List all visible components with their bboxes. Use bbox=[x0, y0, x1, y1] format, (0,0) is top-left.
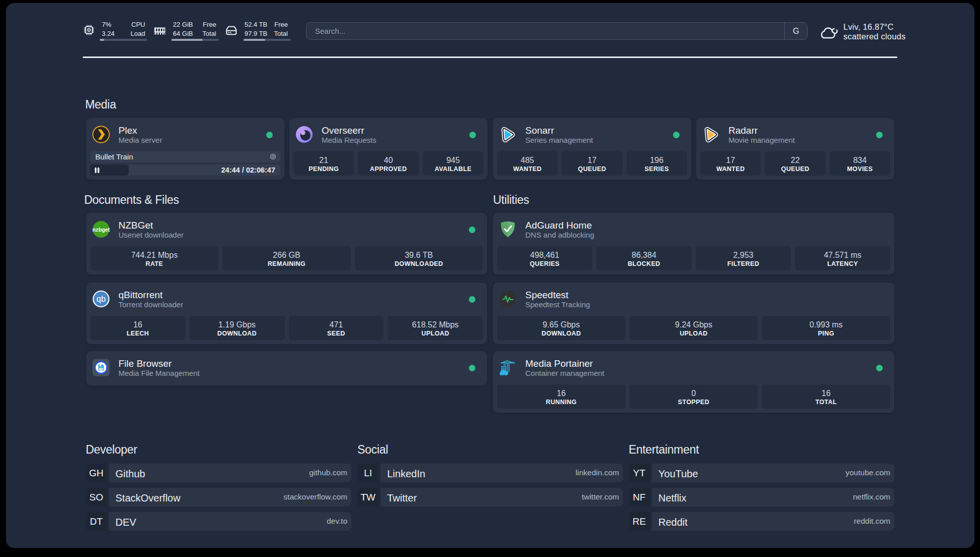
svg-text:nzbget: nzbget bbox=[92, 227, 110, 233]
svg-text:qb: qb bbox=[96, 294, 105, 304]
